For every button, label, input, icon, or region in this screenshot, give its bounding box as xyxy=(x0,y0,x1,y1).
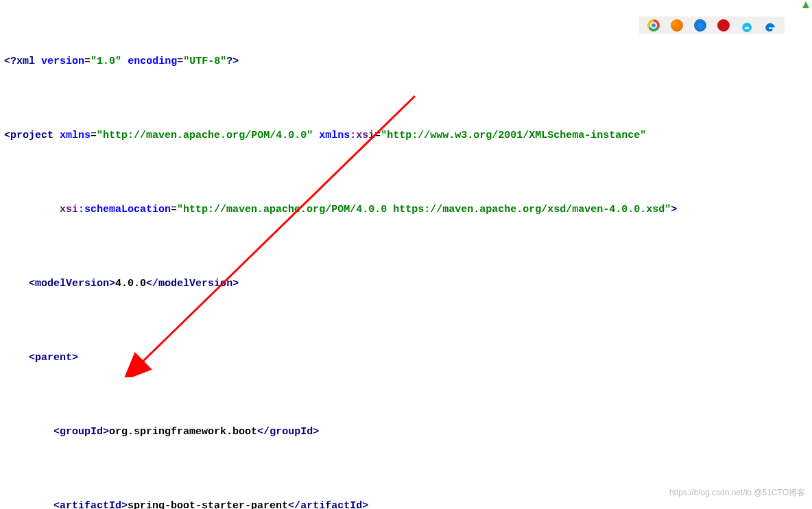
chrome-icon[interactable] xyxy=(647,19,660,32)
code-line: <?xml version="1.0" encoding="UTF-8"?> xyxy=(3,49,809,74)
code-line: <modelVersion>4.0.0</modelVersion> xyxy=(3,272,809,296)
safari-icon[interactable] xyxy=(694,19,706,32)
code-line: xsi:schemaLocation="http://maven.apache.… xyxy=(3,198,809,222)
code-line: <project xmlns="http://maven.apache.org/… xyxy=(3,123,809,148)
edge-icon[interactable] xyxy=(764,19,776,32)
fold-marker-icon xyxy=(802,1,809,8)
code-line: <parent> xyxy=(3,346,809,370)
opera-icon[interactable] xyxy=(717,19,730,32)
code-line: <groupId>org.springframework.boot</group… xyxy=(3,420,809,445)
firefox-icon[interactable] xyxy=(671,19,683,32)
code-editor[interactable]: <?xml version="1.0" encoding="UTF-8"?> <… xyxy=(0,0,812,509)
watermark-text: https://blog.csdn.net/lo @51CTO博客 xyxy=(669,480,805,505)
ie-icon[interactable] xyxy=(741,19,753,32)
browser-icons-toolbar[interactable] xyxy=(639,16,785,34)
